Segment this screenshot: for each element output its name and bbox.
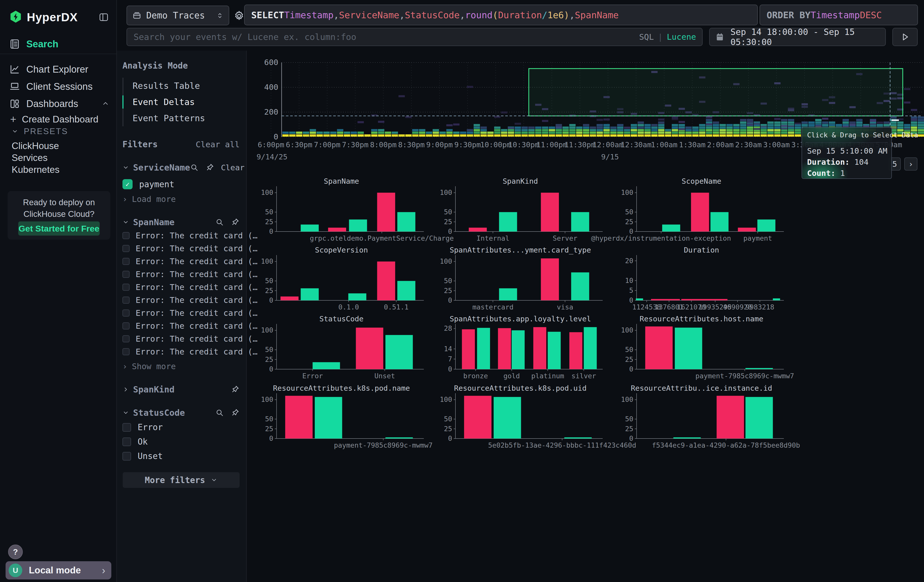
data-source-select[interactable]: Demo Traces — [127, 6, 229, 25]
sidebar-collapse-icon[interactable] — [99, 12, 109, 22]
checkbox[interactable] — [122, 452, 131, 460]
svg-text:1:30am: 1:30am — [679, 140, 706, 149]
local-mode-button[interactable]: U Local mode › — [6, 561, 111, 579]
checkbox[interactable] — [122, 245, 130, 252]
chart-spanattributes-yment-card-type[interactable]: SpanAttributes...yment.card_type10050250… — [441, 246, 607, 314]
clear-servicename-button[interactable]: Clear — [221, 163, 244, 172]
filter-option-spanname-3[interactable]: Error: The credit card (… — [122, 269, 239, 279]
filter-option-spanname-4[interactable]: Error: The credit card (… — [122, 282, 239, 292]
svg-text:StatusCode: StatusCode — [319, 315, 364, 323]
chart-resourceattributes-k8s-pod-name[interactable]: ResourceAttributes.k8s.pod.name10050250p… — [262, 384, 429, 452]
checkbox[interactable] — [122, 258, 130, 265]
date-range-picker[interactable]: Sep 14 18:00:00 - Sep 15 05:30:00 — [709, 28, 886, 46]
sidebar-item-services[interactable]: Services — [12, 153, 48, 163]
filter-option-spanname-0[interactable]: Error: The credit card (… — [122, 231, 239, 241]
pagination-next-button[interactable]: › — [904, 157, 917, 171]
more-filters-button[interactable]: More filters — [123, 472, 239, 488]
load-more-link[interactable]: ›Load more — [122, 195, 239, 204]
checkbox[interactable] — [122, 297, 130, 303]
checkbox[interactable] — [122, 335, 130, 342]
grid-icon — [9, 98, 20, 109]
search-input[interactable] — [133, 31, 639, 42]
sidebar-item-kubernetes[interactable]: Kubernetes — [12, 165, 59, 175]
svg-text:0: 0 — [448, 434, 452, 442]
filter-option-unset[interactable]: Unset — [122, 451, 239, 461]
lucene-mode-button[interactable]: Lucene — [667, 32, 696, 42]
svg-text:platinum: platinum — [531, 372, 564, 380]
order-by-input[interactable]: ORDER BY Timestamp DESC — [759, 5, 918, 25]
promo-line-2: ClickHouse Cloud? — [8, 207, 110, 219]
filter-group-statuscode[interactable]: StatusCode — [122, 408, 239, 418]
chart-resourceattributes-host-name[interactable]: ResourceAttributes.host.name10050250paym… — [622, 315, 789, 383]
chart-resourceattributes-k8s-pod-uid[interactable]: ResourceAttributes.k8s.pod.uid100502505e… — [441, 384, 607, 452]
search-icon[interactable] — [190, 163, 199, 172]
checkbox[interactable] — [122, 322, 130, 330]
search-icon[interactable] — [215, 409, 224, 417]
svg-text:2:00am: 2:00am — [707, 140, 734, 149]
app-title: HyperDX — [27, 10, 78, 24]
sql-select-input[interactable]: SELECT Timestamp, ServiceName, StatusCod… — [244, 5, 758, 25]
query-token: 1e6 — [548, 10, 564, 20]
filter-option-spanname-2[interactable]: Error: The credit card (… — [122, 257, 239, 266]
gear-icon[interactable] — [233, 10, 245, 22]
presets-header[interactable]: PRESETS — [12, 127, 68, 136]
sidebar-item-chart-explorer[interactable]: Chart Explorer — [9, 64, 109, 75]
create-dashboard-button[interactable]: + Create Dashboard — [10, 113, 98, 125]
filter-group-spankind[interactable]: SpanKind — [122, 384, 239, 394]
analysis-mode-event-deltas[interactable]: Event Deltas — [124, 94, 239, 110]
filter-option-spanname-9[interactable]: Error: The credit card (… — [122, 347, 239, 356]
filter-option-payment[interactable]: ✓ payment — [122, 179, 239, 189]
checkbox[interactable]: ✓ — [122, 179, 133, 189]
chart-spanname[interactable]: SpanName10050250grpc.oteldemo.PaymentSer… — [262, 177, 429, 245]
filter-option-spanname-6[interactable]: Error: The credit card (… — [122, 308, 239, 318]
analysis-mode-event-patterns[interactable]: Event Patterns — [124, 110, 239, 126]
sidebar-item-client-sessions[interactable]: Client Sessions — [9, 81, 109, 92]
chart-statuscode[interactable]: StatusCode10050250ErrorUnset — [262, 315, 429, 383]
checkbox[interactable] — [122, 232, 130, 239]
svg-text:SpanName: SpanName — [324, 177, 359, 185]
chart-spankind[interactable]: SpanKind10050250InternalServer — [441, 177, 607, 245]
chart-duration[interactable]: Duration20105011245381376801162107019935… — [622, 246, 789, 314]
filter-option-spanname-1[interactable]: Error: The credit card (… — [122, 244, 239, 253]
chart-resourceattribu-ice-instance-id[interactable]: ResourceAttribu..ice.instance.id10050250… — [622, 384, 789, 452]
filter-option-spanname-7[interactable]: Error: The credit card (… — [122, 321, 239, 331]
run-query-button[interactable] — [893, 28, 918, 46]
filter-option-error[interactable]: Error — [122, 422, 239, 432]
svg-text:0: 0 — [269, 296, 273, 304]
get-started-button[interactable]: Get Started for Free — [18, 221, 100, 236]
query-token: , — [460, 10, 465, 20]
chevron-down-icon — [122, 164, 129, 171]
clear-all-filters-button[interactable]: Clear all — [196, 140, 239, 149]
pin-icon[interactable] — [231, 385, 239, 394]
filter-group-servicename[interactable]: ServiceName Clear — [122, 162, 239, 173]
create-dashboard-label: Create Dashboard — [22, 114, 98, 125]
checkbox[interactable] — [122, 437, 131, 446]
checkbox[interactable] — [122, 284, 130, 291]
checkbox[interactable] — [122, 348, 130, 355]
chart-spanattributes-app-loyalty-level[interactable]: SpanAttributes.app.loyalty.level281470br… — [441, 315, 607, 383]
analysis-mode-results-table[interactable]: Results Table — [124, 77, 239, 94]
pin-icon[interactable] — [205, 163, 214, 172]
checkbox[interactable] — [122, 271, 130, 278]
filter-option-spanname-8[interactable]: Error: The credit card (… — [122, 334, 239, 344]
checkbox[interactable] — [122, 310, 130, 317]
filter-option-spanname-5[interactable]: Error: The credit card (… — [122, 295, 239, 305]
svg-text:25: 25 — [265, 356, 273, 363]
sidebar-item-clickhouse[interactable]: ClickHouse — [12, 141, 59, 151]
svg-text:@hyperdx/instrumentation-excep: @hyperdx/instrumentation-exception — [591, 234, 731, 242]
sql-mode-button[interactable]: SQL — [639, 32, 654, 42]
pin-icon[interactable] — [231, 218, 239, 227]
chart-scopename[interactable]: ScopeName10050250@hyperdx/instrumentatio… — [622, 177, 789, 245]
sidebar-item-dashboards[interactable]: Dashboards — [9, 98, 109, 109]
filter-group-spanname[interactable]: SpanName — [122, 217, 239, 227]
filter-option-ok[interactable]: Ok — [122, 437, 239, 447]
show-more-link[interactable]: ›Show more — [122, 362, 239, 371]
search-icon[interactable] — [215, 218, 224, 226]
analysis-mode-list: Results TableEvent DeltasEvent Patterns — [122, 77, 239, 126]
help-button[interactable]: ? — [8, 544, 23, 559]
chart-scopeversion[interactable]: ScopeVersion100502500.1.00.51.1 — [262, 246, 429, 314]
sidebar-item-search[interactable]: Search — [9, 38, 109, 49]
play-icon — [900, 32, 910, 42]
pin-icon[interactable] — [231, 408, 239, 417]
checkbox[interactable] — [122, 423, 131, 432]
